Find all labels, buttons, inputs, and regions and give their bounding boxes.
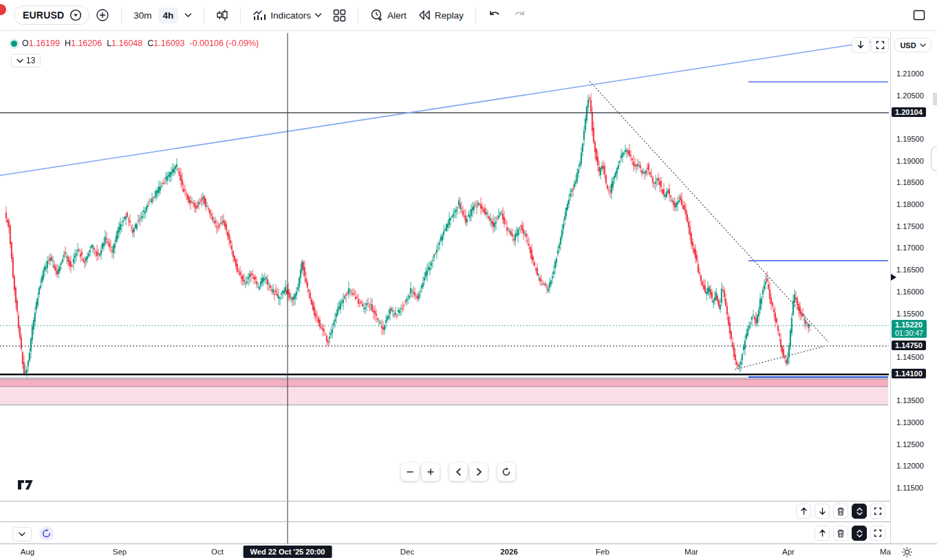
move-pane-up-button[interactable] xyxy=(815,526,830,541)
toolbar-separator xyxy=(121,7,122,23)
delete-pane-button[interactable] xyxy=(833,526,848,541)
move-pane-up-button[interactable] xyxy=(796,504,811,519)
top-toolbar: EURUSD 30m 4h Indicators Alert Replay xyxy=(0,0,937,31)
expand-pane-button[interactable] xyxy=(12,527,32,541)
pane-divider[interactable] xyxy=(0,521,937,522)
toolbar-separator xyxy=(358,7,358,23)
layout-templates-button[interactable] xyxy=(328,6,351,25)
time-tick: Feb xyxy=(596,548,610,556)
price-tick: 1.17000 xyxy=(896,244,924,252)
indicators-button[interactable]: Indicators xyxy=(248,6,327,25)
maximize-pane-button[interactable] xyxy=(871,37,889,53)
timeframe-4h-label: 4h xyxy=(163,10,174,21)
toolbar-separator xyxy=(240,7,241,23)
pane-controls-row-1 xyxy=(796,504,885,519)
currency-dropdown[interactable]: USD xyxy=(894,38,932,52)
currency-label: USD xyxy=(900,41,916,50)
scrollbar-thumb[interactable] xyxy=(933,93,937,105)
redo-button[interactable] xyxy=(508,7,531,23)
chart-style-button[interactable] xyxy=(211,6,233,25)
chevron-down-icon xyxy=(17,58,23,63)
open-value: 1.16199 xyxy=(29,39,60,48)
chevron-down-icon xyxy=(314,12,322,18)
price-tick: 1.19000 xyxy=(896,157,924,165)
timeframe-30m-button[interactable]: 30m xyxy=(129,8,156,23)
fullscreen-button[interactable] xyxy=(908,7,930,23)
alert-clock-icon xyxy=(370,8,384,22)
sidebar-collapse-handle[interactable] xyxy=(931,147,937,171)
axis-marker-arrow xyxy=(891,274,896,281)
indicators-icon xyxy=(252,9,267,22)
pane-controls-row-2 xyxy=(815,526,885,541)
price-tick: 1.20500 xyxy=(896,91,924,100)
price-axis[interactable]: USD 1.210001.205001.195001.190001.185001… xyxy=(890,32,937,543)
tradingview-logo[interactable] xyxy=(18,480,36,495)
object-tree-count-button[interactable]: 13 xyxy=(11,54,41,67)
open-label: O xyxy=(22,39,29,48)
time-axis[interactable]: Wed 22 Oct '25 20:00 AugSepOctDec2026Feb… xyxy=(0,543,937,560)
timeframe-4h-button[interactable]: 4h xyxy=(158,8,179,23)
maximize-pane-button[interactable] xyxy=(870,526,885,541)
timeframe-dropdown-button[interactable] xyxy=(180,10,197,21)
collapse-pane-button[interactable] xyxy=(852,526,867,541)
axis-settings-gear-icon[interactable] xyxy=(901,546,913,560)
scroll-down-button[interactable] xyxy=(852,37,870,53)
price-level-label: 1.14100 xyxy=(892,369,926,378)
maximize-pane-button[interactable] xyxy=(870,504,885,519)
price-tick: 1.17500 xyxy=(896,222,924,230)
price-tick: 1.18500 xyxy=(896,178,924,186)
crosshair-time-label: Wed 22 Oct '25 20:00 xyxy=(244,546,332,558)
object-count: 13 xyxy=(26,56,35,65)
time-tick: Aug xyxy=(21,548,34,556)
replay-button[interactable]: Replay xyxy=(413,7,468,23)
price-tick: 1.19500 xyxy=(896,135,924,143)
sync-refresh-icon[interactable] xyxy=(39,526,54,541)
move-pane-down-button[interactable] xyxy=(815,504,830,519)
undo-button[interactable] xyxy=(483,7,506,23)
low-value: 1.16048 xyxy=(111,39,142,48)
alert-label: Alert xyxy=(387,10,407,21)
replay-icon xyxy=(418,10,431,21)
high-value: 1.16206 xyxy=(71,39,102,48)
indicators-label: Indicators xyxy=(270,10,311,21)
change-value: -0.00106 (-0.09%) xyxy=(190,39,259,48)
chevron-down-icon xyxy=(920,43,926,47)
price-tick: 1.13500 xyxy=(896,396,924,405)
recording-indicator-dot xyxy=(0,4,6,15)
chart-nav-cluster xyxy=(401,463,518,481)
reset-chart-button[interactable] xyxy=(497,463,515,481)
scroll-left-button[interactable] xyxy=(449,463,467,481)
time-tick: Sep xyxy=(113,548,127,556)
price-tick: 1.15500 xyxy=(896,310,924,318)
time-tick: Dec xyxy=(400,548,414,556)
price-level-label: 1.20104 xyxy=(892,107,926,117)
price-tick: 1.16000 xyxy=(896,288,924,296)
pane-divider[interactable] xyxy=(0,501,937,502)
scroll-right-button[interactable] xyxy=(470,463,488,481)
zoom-in-button[interactable] xyxy=(422,463,440,481)
series-status-dot xyxy=(11,41,17,47)
price-tick: 1.12000 xyxy=(896,462,924,470)
close-value: 1.16093 xyxy=(153,39,184,48)
symbol-detail-icon[interactable] xyxy=(69,9,82,21)
ohlc-legend[interactable]: O1.16199 H1.16206 L1.16048 C1.16093 -0.0… xyxy=(11,39,259,48)
price-tick: 1.13000 xyxy=(896,418,924,427)
price-tick: 1.14500 xyxy=(896,353,924,361)
price-tick: 1.11500 xyxy=(896,484,923,492)
toolbar-separator xyxy=(475,7,476,23)
replay-label: Replay xyxy=(435,10,464,21)
compare-add-button[interactable] xyxy=(91,6,114,25)
zoom-out-button[interactable] xyxy=(401,463,419,481)
time-tick: 2026 xyxy=(500,548,518,556)
price-tick: 1.12500 xyxy=(896,440,924,449)
alert-button[interactable]: Alert xyxy=(365,6,411,25)
price-level-label: 1.14750 xyxy=(892,341,926,350)
timeframe-30m-label: 30m xyxy=(133,10,151,21)
symbol-name: EURUSD xyxy=(23,10,64,21)
price-tick: 1.21000 xyxy=(896,69,924,78)
price-tick: 1.18000 xyxy=(896,200,924,208)
collapse-pane-button[interactable] xyxy=(852,504,867,519)
symbol-button[interactable]: EURUSD xyxy=(14,6,89,25)
delete-pane-button[interactable] xyxy=(833,504,848,519)
time-tick: Apr xyxy=(782,548,795,556)
